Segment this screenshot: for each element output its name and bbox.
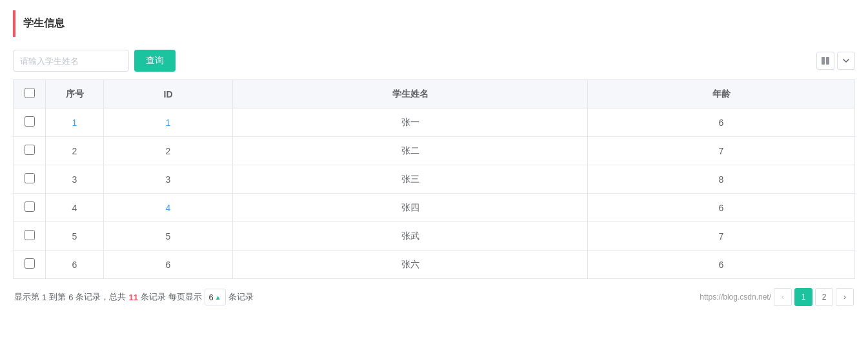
row-4-id: 5	[104, 222, 233, 251]
row-0-checkbox[interactable]	[25, 116, 35, 127]
row-3-name: 张四	[233, 194, 588, 222]
row-3-id[interactable]: 4	[104, 194, 233, 222]
header-name-col: 学生姓名	[233, 80, 588, 108]
header-id-col: ID	[104, 80, 233, 108]
page-2-btn[interactable]: 2	[815, 288, 833, 306]
table-body: 11张一622张二733张三844张四655张武766张六6	[14, 108, 855, 279]
info-start: 1	[42, 293, 46, 302]
table-header-row: 序号 ID 学生姓名 年龄	[14, 80, 855, 108]
row-3-id-link[interactable]: 4	[166, 203, 171, 213]
table-footer: 显示第 1 到第 6 条记录，总共 11 条记录 每页显示 6 ▲ 条记录 ht…	[13, 288, 855, 306]
row-0-seq[interactable]: 1	[46, 108, 104, 137]
row-4-checkbox-cell	[14, 222, 46, 251]
row-2-name: 张三	[233, 165, 588, 194]
table-row: 66张六6	[14, 251, 855, 279]
row-0-age: 6	[588, 108, 855, 137]
prev-page-btn[interactable]: ‹	[774, 288, 792, 306]
info-total-unit: 条记录 每页显示	[141, 291, 202, 303]
row-0-name: 张一	[233, 108, 588, 137]
row-1-checkbox[interactable]	[25, 145, 35, 155]
row-5-checkbox[interactable]	[25, 258, 35, 269]
row-5-name: 张六	[233, 251, 588, 279]
info-total: 11	[128, 293, 137, 302]
row-3-seq: 4	[46, 194, 104, 222]
row-2-checkbox[interactable]	[25, 173, 35, 183]
row-4-age: 7	[588, 222, 855, 251]
select-all-checkbox[interactable]	[25, 88, 35, 98]
table-row: 44张四6	[14, 194, 855, 222]
row-0-checkbox-cell	[14, 108, 46, 137]
next-page-btn[interactable]: ›	[836, 288, 854, 306]
columns-icon	[821, 56, 830, 65]
row-5-id: 6	[104, 251, 233, 279]
row-0-id[interactable]: 1	[104, 108, 233, 137]
row-2-checkbox-cell	[14, 165, 46, 194]
pagination-controls: https://blog.csdn.net/ ‹ 1 2 ›	[700, 288, 854, 306]
row-1-id: 2	[104, 137, 233, 165]
table-row: 22张二7	[14, 137, 855, 165]
svg-rect-0	[822, 57, 825, 65]
row-2-id: 3	[104, 165, 233, 194]
row-5-age: 6	[588, 251, 855, 279]
table-row: 33张三8	[14, 165, 855, 194]
row-2-seq: 3	[46, 165, 104, 194]
info-to: 到第	[49, 291, 66, 303]
row-0-id-link[interactable]: 1	[166, 118, 171, 128]
row-2-age: 8	[588, 165, 855, 194]
per-page-select[interactable]: 6 ▲	[205, 289, 226, 305]
toolbar-right	[816, 52, 855, 70]
arrow-up-icon: ▲	[215, 294, 221, 301]
info-unit: 条记录，总共	[76, 291, 126, 303]
columns-icon-btn[interactable]	[816, 52, 834, 70]
row-4-seq: 5	[46, 222, 104, 251]
row-3-checkbox-cell	[14, 194, 46, 222]
header-seq-col: 序号	[46, 80, 104, 108]
search-input[interactable]	[13, 50, 129, 72]
chevron-down-icon	[842, 57, 850, 65]
row-1-age: 7	[588, 137, 855, 165]
page-container: 学生信息 查询	[0, 0, 868, 350]
table-head: 序号 ID 学生姓名 年龄	[14, 80, 855, 108]
info-prefix: 显示第	[14, 291, 39, 303]
table-row: 11张一6	[14, 108, 855, 137]
page-header: 学生信息	[13, 10, 855, 37]
per-page-unit: 条记录	[228, 291, 254, 303]
page-title: 学生信息	[23, 17, 65, 30]
table-row: 55张武7	[14, 222, 855, 251]
row-0-seq-link[interactable]: 1	[72, 118, 77, 128]
header-age-col: 年龄	[588, 80, 855, 108]
toolbar: 查询	[13, 50, 855, 72]
row-1-checkbox-cell	[14, 137, 46, 165]
header-checkbox-col	[14, 80, 46, 108]
row-4-checkbox[interactable]	[25, 230, 35, 240]
pagination-info: 显示第 1 到第 6 条记录，总共 11 条记录 每页显示 6 ▲ 条记录	[14, 289, 254, 305]
svg-rect-1	[826, 57, 829, 65]
info-end: 6	[68, 293, 73, 302]
page-1-btn[interactable]: 1	[794, 288, 812, 306]
row-3-checkbox[interactable]	[25, 201, 35, 212]
query-button[interactable]: 查询	[134, 50, 176, 72]
row-5-seq: 6	[46, 251, 104, 279]
dropdown-icon-btn[interactable]	[837, 52, 855, 70]
row-4-name: 张武	[233, 222, 588, 251]
row-3-age: 6	[588, 194, 855, 222]
data-table: 序号 ID 学生姓名 年龄 11张一622张二733张三844张四655张武76…	[13, 79, 855, 279]
row-1-name: 张二	[233, 137, 588, 165]
row-1-seq: 2	[46, 137, 104, 165]
pagination-url: https://blog.csdn.net/	[700, 293, 771, 302]
toolbar-left: 查询	[13, 50, 176, 72]
per-page-value: 6	[209, 293, 214, 302]
row-5-checkbox-cell	[14, 251, 46, 279]
